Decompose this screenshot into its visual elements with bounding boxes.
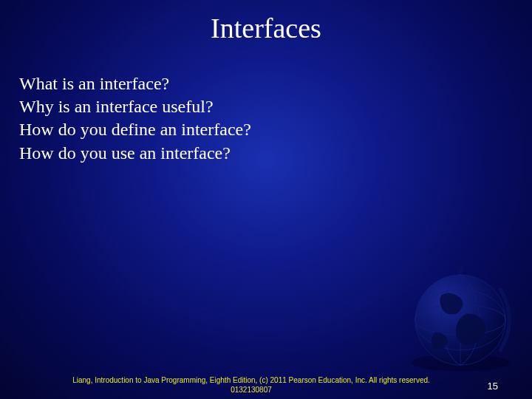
globe-icon	[398, 257, 523, 383]
bullet-line: How do you use an interface?	[19, 142, 513, 165]
page-number: 15	[488, 381, 498, 392]
footer-citation: Liang, Introduction to Java Programming,…	[0, 376, 532, 395]
body-content: What is an interface? Why is an interfac…	[0, 44, 532, 165]
bullet-line: Why is an interface useful?	[19, 95, 513, 118]
slide-title: Interfaces	[0, 0, 532, 44]
bullet-line: What is an interface?	[19, 72, 513, 95]
bullet-line: How do you define an interface?	[19, 118, 513, 141]
svg-rect-6	[458, 267, 463, 274]
